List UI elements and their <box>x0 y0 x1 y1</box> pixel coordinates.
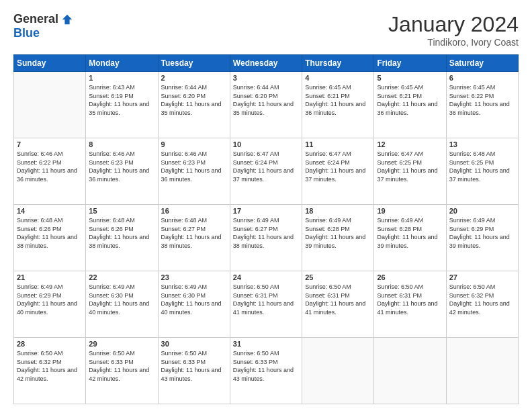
day-info: Sunrise: 6:48 AM Sunset: 6:26 PM Dayligh… <box>17 216 83 250</box>
calendar-cell: 6Sunrise: 6:45 AM Sunset: 6:22 PM Daylig… <box>446 72 518 138</box>
day-number: 9 <box>161 140 227 148</box>
day-info: Sunrise: 6:47 AM Sunset: 6:25 PM Dayligh… <box>377 150 443 183</box>
day-info: Sunrise: 6:44 AM Sunset: 6:20 PM Dayligh… <box>161 83 227 117</box>
day-number: 18 <box>305 207 371 215</box>
day-info: Sunrise: 6:47 AM Sunset: 6:24 PM Dayligh… <box>305 150 371 183</box>
day-number: 4 <box>305 74 371 82</box>
calendar-cell: 2Sunrise: 6:44 AM Sunset: 6:20 PM Daylig… <box>158 72 230 138</box>
weekday-header: Sunday <box>14 55 86 72</box>
logo-icon <box>61 13 73 26</box>
day-number: 19 <box>377 207 443 215</box>
calendar-cell: 22Sunrise: 6:49 AM Sunset: 6:30 PM Dayli… <box>86 271 158 338</box>
month-title: January 2024 <box>388 12 519 37</box>
day-number: 28 <box>17 340 83 348</box>
calendar-cell: 9Sunrise: 6:46 AM Sunset: 6:23 PM Daylig… <box>158 138 230 205</box>
day-info: Sunrise: 6:49 AM Sunset: 6:28 PM Dayligh… <box>377 216 443 250</box>
calendar-cell: 3Sunrise: 6:44 AM Sunset: 6:20 PM Daylig… <box>230 72 302 138</box>
day-number: 31 <box>233 340 299 348</box>
day-info: Sunrise: 6:47 AM Sunset: 6:24 PM Dayligh… <box>233 150 299 183</box>
day-info: Sunrise: 6:49 AM Sunset: 6:29 PM Dayligh… <box>449 216 515 250</box>
calendar-cell: 5Sunrise: 6:45 AM Sunset: 6:21 PM Daylig… <box>374 72 446 138</box>
day-info: Sunrise: 6:49 AM Sunset: 6:30 PM Dayligh… <box>89 283 154 316</box>
day-number: 22 <box>89 273 154 281</box>
day-number: 3 <box>233 74 299 82</box>
day-info: Sunrise: 6:43 AM Sunset: 6:19 PM Dayligh… <box>89 83 154 117</box>
location-subtitle: Tindikoro, Ivory Coast <box>388 37 519 48</box>
svg-marker-0 <box>62 14 72 24</box>
title-section: January 2024 Tindikoro, Ivory Coast <box>388 12 519 48</box>
calendar-cell <box>446 338 518 404</box>
calendar-cell: 4Sunrise: 6:45 AM Sunset: 6:21 PM Daylig… <box>302 72 374 138</box>
day-info: Sunrise: 6:49 AM Sunset: 6:28 PM Dayligh… <box>305 216 371 250</box>
calendar-cell: 13Sunrise: 6:48 AM Sunset: 6:25 PM Dayli… <box>446 138 518 205</box>
header: General Blue January 2024 Tindikoro, Ivo… <box>13 12 519 48</box>
day-info: Sunrise: 6:50 AM Sunset: 6:31 PM Dayligh… <box>305 283 371 316</box>
calendar-cell: 15Sunrise: 6:48 AM Sunset: 6:26 PM Dayli… <box>86 205 158 271</box>
calendar-header-row: SundayMondayTuesdayWednesdayThursdayFrid… <box>14 55 519 72</box>
calendar-cell: 10Sunrise: 6:47 AM Sunset: 6:24 PM Dayli… <box>230 138 302 205</box>
calendar-cell: 26Sunrise: 6:50 AM Sunset: 6:31 PM Dayli… <box>374 271 446 338</box>
day-number: 12 <box>377 140 443 148</box>
calendar-cell: 31Sunrise: 6:50 AM Sunset: 6:33 PM Dayli… <box>230 338 302 404</box>
day-number: 29 <box>89 340 154 348</box>
day-number: 15 <box>89 207 154 215</box>
day-info: Sunrise: 6:49 AM Sunset: 6:29 PM Dayligh… <box>17 283 83 316</box>
calendar-cell: 21Sunrise: 6:49 AM Sunset: 6:29 PM Dayli… <box>14 271 86 338</box>
day-number: 25 <box>305 273 371 281</box>
calendar-week-row: 1Sunrise: 6:43 AM Sunset: 6:19 PM Daylig… <box>14 72 519 138</box>
day-info: Sunrise: 6:50 AM Sunset: 6:32 PM Dayligh… <box>449 283 515 316</box>
calendar-week-row: 7Sunrise: 6:46 AM Sunset: 6:22 PM Daylig… <box>14 138 519 205</box>
calendar-cell: 17Sunrise: 6:49 AM Sunset: 6:27 PM Dayli… <box>230 205 302 271</box>
day-number: 11 <box>305 140 371 148</box>
calendar-cell: 25Sunrise: 6:50 AM Sunset: 6:31 PM Dayli… <box>302 271 374 338</box>
day-number: 13 <box>449 140 515 148</box>
day-info: Sunrise: 6:46 AM Sunset: 6:23 PM Dayligh… <box>89 150 154 183</box>
day-number: 8 <box>89 140 154 148</box>
logo: General Blue <box>13 12 73 40</box>
day-number: 16 <box>161 207 227 215</box>
day-info: Sunrise: 6:50 AM Sunset: 6:31 PM Dayligh… <box>377 283 443 316</box>
day-number: 20 <box>449 207 515 215</box>
day-info: Sunrise: 6:50 AM Sunset: 6:32 PM Dayligh… <box>17 349 83 383</box>
day-info: Sunrise: 6:45 AM Sunset: 6:21 PM Dayligh… <box>377 83 443 117</box>
day-number: 27 <box>449 273 515 281</box>
day-number: 6 <box>449 74 515 82</box>
calendar-cell: 11Sunrise: 6:47 AM Sunset: 6:24 PM Dayli… <box>302 138 374 205</box>
calendar-cell: 12Sunrise: 6:47 AM Sunset: 6:25 PM Dayli… <box>374 138 446 205</box>
day-number: 5 <box>377 74 443 82</box>
weekday-header: Wednesday <box>230 55 302 72</box>
day-number: 17 <box>233 207 299 215</box>
day-info: Sunrise: 6:49 AM Sunset: 6:30 PM Dayligh… <box>161 283 227 316</box>
calendar-cell: 29Sunrise: 6:50 AM Sunset: 6:33 PM Dayli… <box>86 338 158 404</box>
day-number: 21 <box>17 273 83 281</box>
calendar-cell <box>14 72 86 138</box>
day-number: 7 <box>17 140 83 148</box>
day-info: Sunrise: 6:49 AM Sunset: 6:27 PM Dayligh… <box>233 216 299 250</box>
calendar-cell <box>374 338 446 404</box>
calendar-cell: 24Sunrise: 6:50 AM Sunset: 6:31 PM Dayli… <box>230 271 302 338</box>
day-info: Sunrise: 6:45 AM Sunset: 6:21 PM Dayligh… <box>305 83 371 117</box>
day-number: 14 <box>17 207 83 215</box>
day-number: 26 <box>377 273 443 281</box>
calendar-cell: 8Sunrise: 6:46 AM Sunset: 6:23 PM Daylig… <box>86 138 158 205</box>
calendar-week-row: 28Sunrise: 6:50 AM Sunset: 6:32 PM Dayli… <box>14 338 519 404</box>
day-number: 23 <box>161 273 227 281</box>
calendar-cell: 27Sunrise: 6:50 AM Sunset: 6:32 PM Dayli… <box>446 271 518 338</box>
calendar-cell: 28Sunrise: 6:50 AM Sunset: 6:32 PM Dayli… <box>14 338 86 404</box>
calendar-table: SundayMondayTuesdayWednesdayThursdayFrid… <box>13 54 519 404</box>
weekday-header: Saturday <box>446 55 518 72</box>
page: General Blue January 2024 Tindikoro, Ivo… <box>0 0 532 411</box>
logo-blue-text: Blue <box>13 26 40 40</box>
day-number: 1 <box>89 74 154 82</box>
day-info: Sunrise: 6:48 AM Sunset: 6:25 PM Dayligh… <box>449 150 515 183</box>
day-info: Sunrise: 6:45 AM Sunset: 6:22 PM Dayligh… <box>449 83 515 117</box>
day-number: 30 <box>161 340 227 348</box>
day-info: Sunrise: 6:50 AM Sunset: 6:33 PM Dayligh… <box>233 349 299 383</box>
day-number: 10 <box>233 140 299 148</box>
day-number: 2 <box>161 74 227 82</box>
calendar-week-row: 21Sunrise: 6:49 AM Sunset: 6:29 PM Dayli… <box>14 271 519 338</box>
calendar-week-row: 14Sunrise: 6:48 AM Sunset: 6:26 PM Dayli… <box>14 205 519 271</box>
calendar-cell <box>302 338 374 404</box>
calendar-cell: 7Sunrise: 6:46 AM Sunset: 6:22 PM Daylig… <box>14 138 86 205</box>
logo-general-text: General <box>13 12 58 26</box>
